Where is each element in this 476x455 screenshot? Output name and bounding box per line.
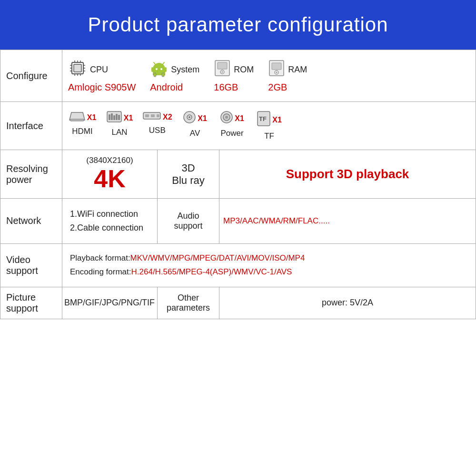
playback-prefix: Playback format: (70, 253, 130, 263)
svg-rect-22 (151, 67, 153, 72)
configure-items: CPU Amlogic S905W (68, 55, 470, 97)
usb-icon (142, 111, 161, 124)
power-icon (220, 111, 233, 127)
playback-format-line: Playback format:MKV/WMV/MPG/MPEG/DAT/AVI… (70, 252, 468, 265)
resolving-4k: 4K (68, 165, 151, 192)
svg-line-20 (154, 62, 156, 65)
hdmi-svg (69, 111, 86, 122)
support-3d-label: Support 3D playback (286, 167, 409, 181)
rom-value: 16GB (214, 82, 238, 93)
config-system: System Android (150, 59, 199, 93)
svg-rect-23 (165, 67, 167, 72)
cpu-svg (68, 59, 87, 78)
ram-icon (268, 59, 285, 81)
usb-count: X2 (163, 113, 172, 121)
ram-value: 2GB (268, 82, 287, 93)
hdmi-icon (69, 111, 86, 125)
other-params-cell: Otherparameters (158, 287, 219, 319)
interface-content-cell: X1 HDMI (62, 102, 476, 150)
audio-format-list: MP3/AAC/WMA/RM/FLAC..... (223, 216, 330, 225)
configure-label: Configure (0, 50, 62, 102)
svg-rect-25 (218, 62, 227, 69)
resolving-support-cell: Support 3D playback (219, 150, 476, 199)
svg-point-49 (225, 116, 228, 119)
tf-icon: TF (257, 111, 271, 130)
rom-icon (214, 59, 231, 81)
wifi-connection: 1.WiFi connection (70, 207, 149, 221)
svg-rect-29 (272, 63, 281, 70)
config-cpu: CPU Amlogic S905W (68, 59, 136, 93)
svg-text:TF: TF (259, 115, 267, 122)
tf-label: TF (264, 131, 274, 141)
config-ram: RAM 2GB (268, 59, 307, 93)
svg-rect-16 (154, 73, 156, 77)
system-value: Android (150, 82, 183, 93)
cable-connection: 2.Cable connection (70, 221, 149, 235)
lan-svg (106, 111, 122, 123)
interface-label: Interface (0, 102, 62, 150)
picture-row: Picture support BMP/GIF/JPG/PNG/TIF Othe… (0, 287, 476, 319)
android-svg (150, 59, 168, 78)
rom-label: ROM (234, 65, 254, 75)
encoding-prefix: Encoding format: (70, 267, 131, 276)
cpu-label: CPU (90, 65, 108, 75)
hdmi-count: X1 (87, 113, 97, 122)
ram-svg (268, 59, 285, 78)
power-value: power: 5V/2A (322, 298, 373, 307)
iface-av: X1 AV (181, 111, 209, 138)
power-svg (220, 111, 233, 124)
video-content-cell: Playback format:MKV/WMV/MPG/MPEG/DAT/AVI… (62, 243, 476, 287)
network-connections: 1.WiFi connection 2.Cable connection (68, 203, 151, 239)
power-label: Power (220, 129, 243, 138)
svg-rect-43 (157, 114, 159, 117)
iface-power: X1 Power (218, 111, 247, 138)
other-params-label: Otherparameters (167, 293, 210, 313)
android-icon (150, 59, 168, 81)
lan-label: LAN (111, 128, 127, 137)
picture-format-list: BMP/GIF/JPG/PNG/TIF (64, 298, 155, 307)
audio-label-cell: Audiosupport (158, 199, 219, 244)
resolving-4k-cell: (3840X2160) 4K (62, 150, 158, 199)
lan-count: X1 (124, 114, 133, 122)
svg-rect-36 (111, 113, 113, 120)
audio-support-label: Audiosupport (161, 211, 215, 231)
iface-usb: X2 USB (142, 111, 172, 135)
configure-row: Configure (0, 50, 476, 102)
video-label: Video support (0, 243, 62, 287)
rom-svg (214, 59, 231, 78)
configure-content-cell: CPU Amlogic S905W (62, 50, 476, 102)
ram-label: RAM (288, 65, 307, 75)
svg-rect-35 (109, 114, 110, 120)
hdmi-label: HDMI (72, 127, 92, 136)
av-label: AV (190, 129, 200, 138)
svg-rect-38 (116, 114, 118, 120)
resolving-bluray: 3DBlu ray (163, 156, 213, 192)
iface-hdmi: X1 HDMI (68, 111, 97, 136)
svg-point-31 (276, 72, 278, 73)
svg-rect-41 (145, 114, 149, 117)
resolving-label: Resolving power (0, 150, 62, 199)
av-icon (183, 111, 196, 127)
picture-label: Picture support (0, 287, 62, 319)
cpu-icon (68, 59, 87, 81)
network-connections-cell: 1.WiFi connection 2.Cable connection (62, 199, 158, 244)
lan-icon (106, 111, 122, 126)
resolving-row: Resolving power (3840X2160) 4K 3DBlu ray… (0, 150, 476, 199)
tf-svg: TF (257, 111, 271, 127)
svg-line-21 (162, 62, 164, 65)
video-formats: Playback format:MKV/WMV/MPG/MPEG/DAT/AVI… (68, 249, 470, 282)
svg-point-27 (222, 71, 223, 73)
av-svg (183, 111, 196, 124)
usb-svg (142, 111, 161, 121)
iface-tf: TF X1 TF (255, 111, 284, 141)
header: Product parameter configuration (0, 0, 476, 50)
network-row: Network 1.WiFi connection 2.Cable connec… (0, 199, 476, 244)
svg-rect-1 (74, 64, 81, 72)
svg-rect-33 (70, 119, 84, 121)
power-count: X1 (235, 114, 244, 123)
params-table: Configure (0, 50, 476, 319)
network-label: Network (0, 199, 62, 244)
picture-formats-cell: BMP/GIF/JPG/PNG/TIF (62, 287, 158, 319)
resolving-resolution: (3840X2160) (68, 156, 151, 165)
svg-rect-37 (113, 115, 115, 120)
